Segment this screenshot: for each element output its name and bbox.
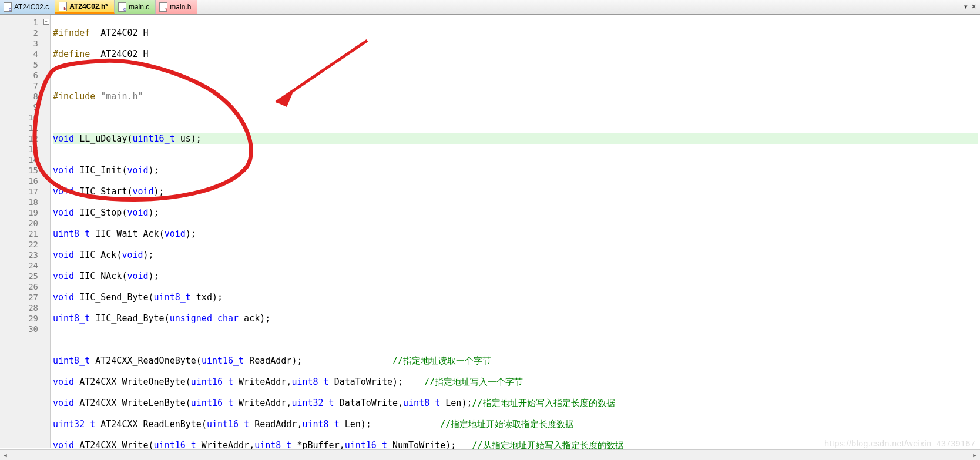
line-number: 26 [0, 281, 38, 292]
comment: //指定地址读取一个字节 [392, 355, 491, 366]
file-h-icon [159, 2, 167, 12]
line-number: 16 [0, 176, 38, 186]
line-number: 1 [0, 17, 38, 28]
line-number: 5 [0, 59, 38, 70]
line-number: 8 [0, 91, 38, 102]
line-number: 6 [0, 70, 38, 80]
window-dropdown-icon[interactable]: ▾ [964, 3, 968, 11]
line-number: 11 [0, 123, 38, 133]
line-number: 24 [0, 260, 38, 271]
line-number: 3 [0, 38, 38, 49]
file-h-icon [59, 2, 67, 11]
window-controls: ▾ ✕ [964, 0, 980, 14]
file-c-icon [118, 2, 126, 12]
tab-at24c02-c[interactable]: AT24C02.c [0, 0, 55, 14]
tab-main-h[interactable]: main.h [156, 0, 197, 14]
line-number: 10 [0, 112, 38, 123]
line-number: 30 [0, 324, 38, 334]
preprocessor: #define [53, 49, 90, 59]
comment: //指定地址开始读取指定长度数据 [440, 419, 574, 429]
line-number: 28 [0, 303, 38, 313]
line-number: 14 [0, 155, 38, 165]
line-number: 17 [0, 186, 38, 197]
fold-column: − [42, 15, 51, 448]
comment: //指定地址开始写入指定长度的数据 [472, 398, 615, 408]
line-number: 20 [0, 218, 38, 229]
line-number: 27 [0, 292, 38, 303]
line-number: 19 [0, 207, 38, 218]
line-number: 13 [0, 144, 38, 155]
file-c-icon [4, 2, 12, 12]
line-number: 4 [0, 49, 38, 59]
tab-bar: AT24C02.c AT24C02.h* main.c main.h ▾ ✕ [0, 0, 980, 14]
line-number: 2 [0, 28, 38, 38]
scroll-track[interactable] [11, 450, 969, 460]
comment: //指定地址写入一个字节 [424, 377, 523, 387]
tab-label: main.c [129, 3, 149, 11]
tab-label: AT24C02.c [14, 3, 49, 11]
scroll-right-icon[interactable]: ▶ [969, 450, 980, 461]
tab-label: main.h [170, 3, 191, 11]
fold-toggle-icon[interactable]: − [43, 19, 49, 25]
horizontal-scrollbar[interactable]: ◀ ▶ [0, 449, 980, 460]
line-number: 7 [0, 80, 38, 91]
line-number: 22 [0, 239, 38, 250]
tab-main-c[interactable]: main.c [115, 0, 156, 14]
editor: 1 2 3 4 5 6 7 8 9 10 11 12 13 14 15 16 1… [0, 14, 980, 448]
line-number: 12 [0, 133, 38, 144]
line-number: 23 [0, 250, 38, 260]
line-number-gutter: 1 2 3 4 5 6 7 8 9 10 11 12 13 14 15 16 1… [0, 15, 42, 448]
line-number: 25 [0, 271, 38, 281]
preprocessor: #ifndef [53, 28, 90, 38]
line-number: 15 [0, 165, 38, 176]
preprocessor: #include [53, 91, 100, 102]
tab-at24c02-h-active[interactable]: AT24C02.h* [55, 0, 115, 14]
line-number: 9 [0, 102, 38, 112]
line-number: 18 [0, 197, 38, 207]
scroll-left-icon[interactable]: ◀ [0, 450, 11, 461]
window-close-icon[interactable]: ✕ [971, 3, 976, 11]
code-area[interactable]: #ifndef _AT24C02_H_ #define _AT24C02_H_ … [51, 15, 980, 448]
line-number: 21 [0, 229, 38, 239]
tab-label: AT24C02.h* [69, 2, 108, 11]
line-number: 29 [0, 313, 38, 324]
current-line: void LL_uDelay(uint16_t us); [53, 133, 978, 144]
